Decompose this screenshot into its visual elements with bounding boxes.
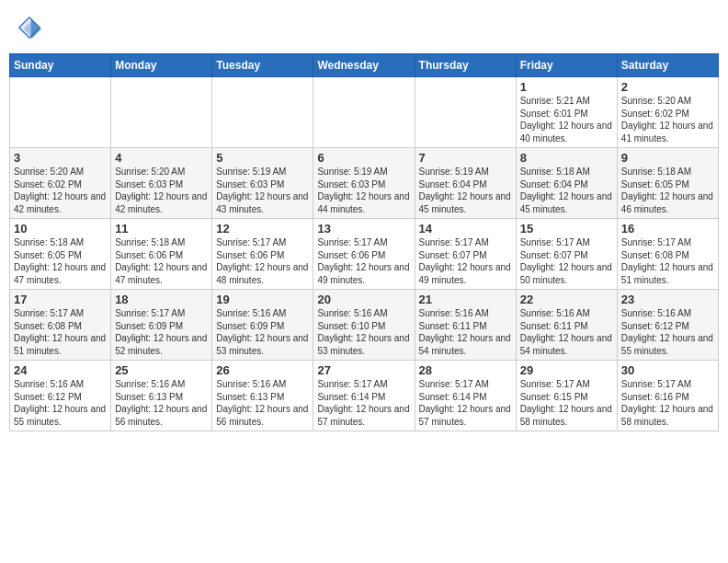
day-number: 4: [115, 151, 208, 165]
day-number: 17: [14, 293, 107, 306]
day-info: Sunrise: 5:20 AM Sunset: 6:02 PM Dayligh…: [14, 166, 107, 215]
day-number: 2: [621, 80, 714, 94]
day-info: Sunrise: 5:16 AM Sunset: 6:11 PM Dayligh…: [419, 307, 512, 357]
day-info: Sunrise: 5:17 AM Sunset: 6:16 PM Dayligh…: [621, 378, 714, 428]
day-info: Sunrise: 5:17 AM Sunset: 6:07 PM Dayligh…: [520, 236, 613, 286]
day-number: 12: [216, 222, 309, 236]
day-info: Sunrise: 5:16 AM Sunset: 6:12 PM Dayligh…: [621, 307, 714, 357]
calendar-cell: [111, 77, 212, 148]
calendar-cell: 9Sunrise: 5:18 AM Sunset: 6:05 PM Daylig…: [617, 148, 718, 219]
calendar-cell: 14Sunrise: 5:17 AM Sunset: 6:07 PM Dayli…: [415, 219, 516, 290]
calendar-cell: 4Sunrise: 5:20 AM Sunset: 6:03 PM Daylig…: [111, 148, 212, 219]
day-number: 22: [520, 293, 613, 306]
day-info: Sunrise: 5:18 AM Sunset: 6:05 PM Dayligh…: [621, 166, 714, 215]
day-number: 3: [14, 151, 107, 165]
day-info: Sunrise: 5:16 AM Sunset: 6:11 PM Dayligh…: [520, 307, 613, 357]
day-info: Sunrise: 5:19 AM Sunset: 6:03 PM Dayligh…: [317, 166, 410, 215]
day-info: Sunrise: 5:17 AM Sunset: 6:15 PM Dayligh…: [520, 378, 613, 428]
calendar-cell: 29Sunrise: 5:17 AM Sunset: 6:15 PM Dayli…: [516, 361, 617, 431]
day-number: 8: [520, 151, 613, 165]
day-number: 25: [115, 363, 208, 377]
calendar-cell: [415, 77, 516, 148]
day-info: Sunrise: 5:17 AM Sunset: 6:08 PM Dayligh…: [14, 307, 107, 357]
calendar-cell: 8Sunrise: 5:18 AM Sunset: 6:04 PM Daylig…: [516, 148, 617, 219]
day-info: Sunrise: 5:18 AM Sunset: 6:06 PM Dayligh…: [115, 236, 208, 286]
calendar-week-2: 3Sunrise: 5:20 AM Sunset: 6:02 PM Daylig…: [10, 148, 719, 219]
calendar-cell: 2Sunrise: 5:20 AM Sunset: 6:02 PM Daylig…: [617, 77, 718, 148]
col-header-sunday: Sunday: [10, 54, 111, 77]
calendar-cell: 10Sunrise: 5:18 AM Sunset: 6:05 PM Dayli…: [10, 219, 111, 290]
day-info: Sunrise: 5:19 AM Sunset: 6:04 PM Dayligh…: [419, 166, 512, 215]
day-info: Sunrise: 5:17 AM Sunset: 6:06 PM Dayligh…: [317, 236, 410, 286]
day-number: 30: [621, 363, 714, 377]
day-info: Sunrise: 5:17 AM Sunset: 6:07 PM Dayligh…: [419, 236, 512, 286]
day-info: Sunrise: 5:18 AM Sunset: 6:05 PM Dayligh…: [14, 236, 107, 286]
page-header: [9, 9, 719, 46]
day-number: 1: [520, 80, 613, 94]
calendar-cell: 13Sunrise: 5:17 AM Sunset: 6:06 PM Dayli…: [313, 219, 415, 290]
day-info: Sunrise: 5:16 AM Sunset: 6:13 PM Dayligh…: [216, 378, 309, 428]
day-number: 7: [419, 151, 512, 165]
day-number: 6: [317, 151, 410, 165]
calendar-week-4: 17Sunrise: 5:17 AM Sunset: 6:08 PM Dayli…: [10, 290, 719, 361]
col-header-monday: Monday: [111, 54, 212, 77]
day-info: Sunrise: 5:16 AM Sunset: 6:13 PM Dayligh…: [115, 378, 208, 428]
day-number: 16: [621, 222, 714, 236]
calendar-cell: 20Sunrise: 5:16 AM Sunset: 6:10 PM Dayli…: [313, 290, 415, 361]
day-number: 18: [115, 293, 208, 306]
calendar-cell: 28Sunrise: 5:17 AM Sunset: 6:14 PM Dayli…: [415, 361, 516, 431]
day-number: 11: [115, 222, 208, 236]
calendar-cell: 22Sunrise: 5:16 AM Sunset: 6:11 PM Dayli…: [516, 290, 617, 361]
day-number: 20: [317, 293, 410, 306]
calendar-cell: [212, 77, 313, 148]
day-number: 15: [520, 222, 613, 236]
day-number: 14: [419, 222, 512, 236]
day-info: Sunrise: 5:17 AM Sunset: 6:14 PM Dayligh…: [317, 378, 410, 428]
day-number: 19: [216, 293, 309, 306]
calendar-cell: [313, 77, 415, 148]
day-info: Sunrise: 5:17 AM Sunset: 6:09 PM Dayligh…: [115, 307, 208, 357]
calendar-cell: 12Sunrise: 5:17 AM Sunset: 6:06 PM Dayli…: [212, 219, 313, 290]
calendar-cell: 23Sunrise: 5:16 AM Sunset: 6:12 PM Dayli…: [617, 290, 718, 361]
col-header-wednesday: Wednesday: [313, 54, 415, 77]
calendar-cell: 25Sunrise: 5:16 AM Sunset: 6:13 PM Dayli…: [111, 361, 212, 431]
day-info: Sunrise: 5:18 AM Sunset: 6:04 PM Dayligh…: [520, 166, 613, 215]
calendar-table: SundayMondayTuesdayWednesdayThursdayFrid…: [9, 53, 719, 431]
day-number: 27: [317, 363, 410, 377]
calendar-cell: 6Sunrise: 5:19 AM Sunset: 6:03 PM Daylig…: [313, 148, 415, 219]
calendar-cell: 1Sunrise: 5:21 AM Sunset: 6:01 PM Daylig…: [516, 77, 617, 148]
day-info: Sunrise: 5:21 AM Sunset: 6:01 PM Dayligh…: [520, 95, 613, 144]
calendar-cell: [10, 77, 111, 148]
day-info: Sunrise: 5:17 AM Sunset: 6:14 PM Dayligh…: [419, 378, 512, 428]
day-number: 21: [419, 293, 512, 306]
calendar-cell: 19Sunrise: 5:16 AM Sunset: 6:09 PM Dayli…: [212, 290, 313, 361]
calendar-cell: 11Sunrise: 5:18 AM Sunset: 6:06 PM Dayli…: [111, 219, 212, 290]
day-number: 26: [216, 363, 309, 377]
col-header-friday: Friday: [516, 54, 617, 77]
calendar-cell: 18Sunrise: 5:17 AM Sunset: 6:09 PM Dayli…: [111, 290, 212, 361]
calendar-cell: 7Sunrise: 5:19 AM Sunset: 6:04 PM Daylig…: [415, 148, 516, 219]
day-info: Sunrise: 5:17 AM Sunset: 6:08 PM Dayligh…: [621, 236, 714, 286]
day-info: Sunrise: 5:20 AM Sunset: 6:02 PM Dayligh…: [621, 95, 714, 144]
day-number: 5: [216, 151, 309, 165]
day-info: Sunrise: 5:19 AM Sunset: 6:03 PM Dayligh…: [216, 166, 309, 215]
day-number: 10: [14, 222, 107, 236]
calendar-cell: 24Sunrise: 5:16 AM Sunset: 6:12 PM Dayli…: [10, 361, 111, 431]
day-number: 13: [317, 222, 410, 236]
day-number: 24: [14, 363, 107, 377]
col-header-saturday: Saturday: [617, 54, 718, 77]
calendar-cell: 16Sunrise: 5:17 AM Sunset: 6:08 PM Dayli…: [617, 219, 718, 290]
calendar-header-row: SundayMondayTuesdayWednesdayThursdayFrid…: [10, 54, 719, 77]
calendar-cell: 21Sunrise: 5:16 AM Sunset: 6:11 PM Dayli…: [415, 290, 516, 361]
day-info: Sunrise: 5:20 AM Sunset: 6:03 PM Dayligh…: [115, 166, 208, 215]
calendar-week-3: 10Sunrise: 5:18 AM Sunset: 6:05 PM Dayli…: [10, 219, 719, 290]
calendar-cell: 15Sunrise: 5:17 AM Sunset: 6:07 PM Dayli…: [516, 219, 617, 290]
day-number: 23: [621, 293, 714, 306]
calendar-week-1: 1Sunrise: 5:21 AM Sunset: 6:01 PM Daylig…: [10, 77, 719, 148]
day-number: 29: [520, 363, 613, 377]
calendar-cell: 26Sunrise: 5:16 AM Sunset: 6:13 PM Dayli…: [212, 361, 313, 431]
day-info: Sunrise: 5:16 AM Sunset: 6:10 PM Dayligh…: [317, 307, 410, 357]
calendar-cell: 17Sunrise: 5:17 AM Sunset: 6:08 PM Dayli…: [10, 290, 111, 361]
calendar-cell: 30Sunrise: 5:17 AM Sunset: 6:16 PM Dayli…: [617, 361, 718, 431]
logo: [15, 13, 46, 42]
